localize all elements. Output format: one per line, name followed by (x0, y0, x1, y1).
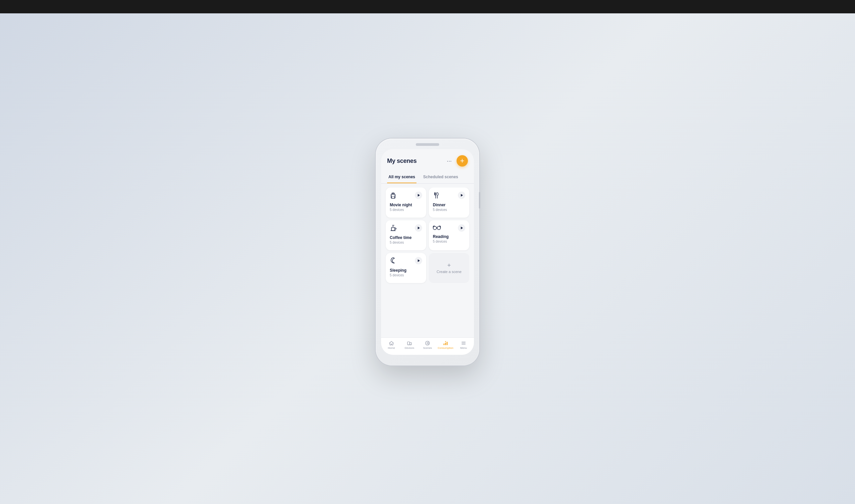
header-row: My scenes ··· + (387, 155, 468, 166)
create-scene-card[interactable]: + Create a scene (429, 253, 469, 283)
svg-marker-8 (460, 194, 463, 197)
play-dinner[interactable] (458, 192, 465, 199)
svg-point-12 (437, 226, 440, 230)
svg-marker-10 (418, 227, 419, 229)
header-actions: ··· + (446, 155, 468, 166)
sleeping-devices: 5 devices (390, 273, 422, 277)
more-button[interactable]: ··· (446, 158, 453, 164)
svg-point-2 (393, 193, 394, 194)
svg-marker-13 (460, 227, 463, 229)
nav-devices[interactable]: Devices (400, 340, 418, 349)
dinner-devices: 5 devices (433, 208, 465, 212)
scene-card-movie-night[interactable]: Movie night 5 devices (386, 187, 426, 218)
create-scene-label: Create a scene (437, 270, 461, 274)
nav-home[interactable]: Home (382, 340, 400, 349)
page-title: My scenes (387, 158, 417, 165)
svg-point-20 (427, 342, 428, 344)
dinner-name: Dinner (433, 203, 465, 207)
movie-night-name: Movie night (390, 203, 422, 207)
svg-point-11 (433, 226, 437, 230)
scene-list: Movie night 5 devices (381, 187, 474, 338)
scene-card-reading[interactable]: Reading 5 devices (429, 220, 469, 250)
tab-scheduled-scenes[interactable]: Scheduled scenes (422, 172, 459, 183)
devices-label: Devices (405, 346, 414, 349)
coffee-time-icon (390, 224, 397, 233)
reading-devices: 5 devices (433, 240, 465, 243)
sleeping-icon (390, 257, 397, 265)
consumption-label: Consumption (437, 346, 453, 349)
phone-screen: My scenes ··· + All my scenes Scheduled … (381, 149, 474, 355)
reading-icon (433, 224, 441, 231)
svg-rect-21 (443, 343, 444, 345)
tabs-row: All my scenes Scheduled scenes (387, 172, 468, 183)
menu-icon (461, 340, 466, 346)
create-plus-icon: + (447, 262, 451, 268)
phone: My scenes ··· + All my scenes Scheduled … (376, 139, 479, 365)
home-icon (389, 340, 394, 346)
scenes-label: Scenes (423, 346, 432, 349)
svg-marker-4 (418, 194, 419, 197)
tab-all-scenes[interactable]: All my scenes (387, 172, 417, 183)
scene-grid: Movie night 5 devices (386, 187, 469, 283)
screen-header: My scenes ··· + All my scenes Scheduled … (381, 149, 474, 183)
play-reading[interactable] (458, 224, 465, 232)
play-sleeping[interactable] (415, 257, 422, 264)
top-bar (0, 0, 855, 13)
scene-card-dinner[interactable]: Dinner 5 devices (429, 187, 469, 218)
coffee-time-devices: 5 devices (390, 241, 422, 244)
play-coffee-time[interactable] (415, 224, 422, 232)
side-button (479, 192, 480, 209)
tab-divider (381, 183, 474, 184)
movie-night-icon (390, 192, 397, 200)
svg-marker-14 (418, 259, 419, 262)
scene-card-sleeping[interactable]: Sleeping 5 devices (386, 253, 426, 283)
consumption-icon (443, 340, 448, 346)
menu-label: Menu (460, 346, 467, 349)
devices-icon (407, 340, 412, 346)
movie-night-devices: 5 devices (390, 208, 422, 212)
svg-point-24 (445, 341, 446, 342)
sleeping-name: Sleeping (390, 268, 422, 273)
home-label: Home (388, 346, 395, 349)
scene-card-coffee-time[interactable]: Coffee time 5 devices (386, 220, 426, 250)
play-movie-night[interactable] (415, 192, 422, 199)
svg-rect-22 (445, 343, 446, 345)
scenes-icon (425, 340, 430, 346)
svg-rect-16 (410, 342, 412, 345)
coffee-time-name: Coffee time (390, 235, 422, 240)
bottom-nav: Home Devices Scenes (381, 338, 474, 355)
notch (416, 143, 439, 146)
add-scene-button[interactable]: + (457, 155, 468, 166)
dinner-icon (433, 192, 439, 200)
nav-consumption[interactable]: Consumption (437, 340, 455, 349)
nav-menu[interactable]: Menu (455, 340, 473, 349)
reading-name: Reading (433, 234, 465, 239)
svg-rect-23 (447, 342, 448, 345)
nav-scenes[interactable]: Scenes (418, 340, 437, 349)
